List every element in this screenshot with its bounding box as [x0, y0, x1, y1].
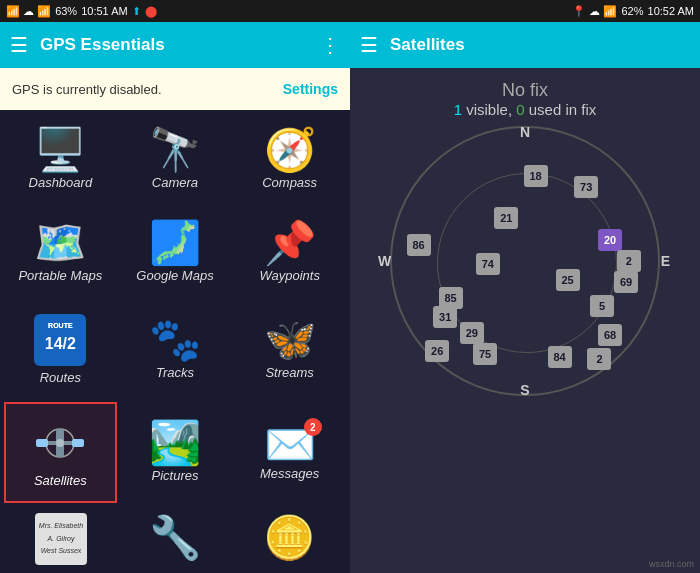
icon-cell-tracks[interactable]: 🐾 Tracks	[119, 300, 232, 401]
icon-cell-portable-maps[interactable]: 🗺️ Portable Maps	[4, 207, 117, 298]
route-number: 14/2	[45, 335, 76, 353]
visible-text: visible,	[466, 101, 516, 118]
coin-icon: 🪙	[263, 513, 315, 562]
gps-warning-text: GPS is currently disabled.	[12, 82, 162, 97]
waypoints-icon: 📌	[264, 222, 316, 264]
contact-card-line3: West Sussex	[39, 545, 84, 557]
overflow-menu-icon[interactable]: ⋮	[320, 33, 340, 57]
icon-cell-compass[interactable]: 🧭 Compass	[233, 114, 346, 205]
bottom-cell-tools[interactable]: 🔧	[118, 509, 232, 573]
visible-count: 1	[454, 101, 462, 118]
sat-21: 21	[494, 207, 518, 229]
status-bar-right: 📍 ☁ 📶 62% 10:52 AM	[350, 0, 700, 22]
compass-container: N S E W 18 73 21 86 74 20 2 69 25 85 31 …	[390, 126, 660, 396]
used-text: used in fix	[529, 101, 597, 118]
menu-icon-right[interactable]: ☰	[360, 33, 378, 57]
dashboard-icon: 🖥️	[34, 129, 86, 171]
svg-rect-4	[72, 439, 84, 447]
settings-link[interactable]: Settings	[283, 81, 338, 97]
app-title-right: Satellites	[390, 35, 690, 55]
right-icons: 📍 ☁ 📶	[572, 5, 617, 18]
icon-cell-messages[interactable]: ✉️ 2 Messages	[233, 402, 346, 503]
contact-card: Mrs. Elisabeth A. Gilroy West Sussex	[35, 513, 87, 565]
status-bar-left: 📶 ☁ 📶 63% 10:51 AM ⬆ ⬤	[0, 0, 350, 22]
app-bars: ☰ GPS Essentials ⋮ ☰ Satellites	[0, 22, 700, 68]
messages-label: Messages	[260, 466, 319, 481]
waypoints-label: Waypoints	[259, 268, 319, 283]
main-content: GPS is currently disabled. Settings 🖥️ D…	[0, 68, 700, 573]
satellites-icon-container	[34, 417, 86, 469]
right-time: 10:52 AM	[648, 5, 694, 17]
streams-label: Streams	[265, 365, 313, 380]
sat-84: 84	[548, 346, 572, 368]
compass-east: E	[661, 253, 670, 269]
pictures-icon: 🏞️	[149, 422, 201, 464]
google-maps-icon: 🗾	[149, 222, 201, 264]
right-panel: No fix 1 visible, 0 used in fix N S E W …	[350, 68, 700, 573]
visible-label: 1 visible, 0 used in fix	[454, 101, 597, 118]
compass-south: S	[520, 382, 529, 398]
compass-west: W	[378, 253, 391, 269]
sat-31: 31	[433, 306, 457, 328]
sat-5: 5	[590, 295, 614, 317]
svg-point-5	[56, 439, 64, 447]
status-bars: 📶 ☁ 📶 63% 10:51 AM ⬆ ⬤ 📍 ☁ 📶 62% 10:52 A…	[0, 0, 700, 22]
messages-icon-wrapper: ✉️ 2	[264, 424, 316, 466]
svg-rect-3	[36, 439, 48, 447]
tools-icon: 🔧	[149, 513, 201, 562]
contact-card-line2: A. Gilroy	[46, 533, 77, 545]
app-title-left: GPS Essentials	[40, 35, 308, 55]
left-time: 10:51 AM	[81, 5, 127, 17]
routes-label: Routes	[40, 370, 81, 385]
dashboard-label: Dashboard	[29, 175, 93, 190]
satellites-label: Satellites	[34, 473, 87, 488]
compass-label: Compass	[262, 175, 317, 190]
tracks-icon: 🐾	[149, 319, 201, 361]
sat-69: 69	[614, 271, 638, 293]
sat-25: 25	[556, 269, 580, 291]
app-bar-left: ☰ GPS Essentials ⋮	[0, 22, 350, 68]
bottom-cell-card[interactable]: Mrs. Elisabeth A. Gilroy West Sussex	[4, 509, 118, 573]
icon-cell-dashboard[interactable]: 🖥️ Dashboard	[4, 114, 117, 205]
contact-card-line1: Mrs. Elisabeth	[37, 520, 85, 532]
camera-icon: 🔭	[149, 129, 201, 171]
sat-74: 74	[476, 253, 500, 275]
icon-cell-streams[interactable]: 🦋 Streams	[233, 300, 346, 401]
route-label-top: ROUTE	[48, 322, 73, 329]
left-extra-icon: ⬆	[132, 5, 141, 18]
gps-warning-banner: GPS is currently disabled. Settings	[0, 68, 350, 110]
watermark: wsxdn.com	[649, 559, 694, 569]
compass-north: N	[520, 124, 530, 140]
messages-badge: 2	[304, 418, 322, 436]
satellite-svg-icon	[34, 417, 86, 469]
compass-outer-circle: N S E W 18 73 21 86 74 20 2 69 25 85 31 …	[390, 126, 660, 396]
pictures-label: Pictures	[152, 468, 199, 483]
bottom-cell-coin[interactable]: 🪙	[232, 509, 346, 573]
icon-cell-routes[interactable]: ROUTE 14/2 Routes	[4, 300, 117, 401]
tracks-label: Tracks	[156, 365, 194, 380]
sat-86: 86	[407, 234, 431, 256]
bottom-row: Mrs. Elisabeth A. Gilroy West Sussex 🔧 🪙	[0, 509, 350, 573]
sat-75: 75	[473, 343, 497, 365]
portable-maps-label: Portable Maps	[18, 268, 102, 283]
sat-2a: 2	[617, 250, 641, 272]
streams-icon: 🦋	[264, 319, 316, 361]
icon-cell-google-maps[interactable]: 🗾 Google Maps	[119, 207, 232, 298]
icon-cell-pictures[interactable]: 🏞️ Pictures	[119, 402, 232, 503]
sat-73: 73	[574, 176, 598, 198]
left-battery: 63%	[55, 5, 77, 17]
sat-18: 18	[524, 165, 548, 187]
icon-cell-waypoints[interactable]: 📌 Waypoints	[233, 207, 346, 298]
menu-icon-left[interactable]: ☰	[10, 33, 28, 57]
sat-2b: 2	[587, 348, 611, 370]
right-battery: 62%	[621, 5, 643, 17]
sat-26: 26	[425, 340, 449, 362]
sat-29: 29	[460, 322, 484, 344]
app-bar-right: ☰ Satellites	[350, 22, 700, 68]
sat-20: 20	[598, 229, 622, 251]
icon-cell-satellites[interactable]: Satellites	[4, 402, 117, 503]
compass-icon: 🧭	[264, 129, 316, 171]
route-shield: ROUTE 14/2	[34, 314, 86, 366]
sat-68: 68	[598, 324, 622, 346]
icon-cell-camera[interactable]: 🔭 Camera	[119, 114, 232, 205]
